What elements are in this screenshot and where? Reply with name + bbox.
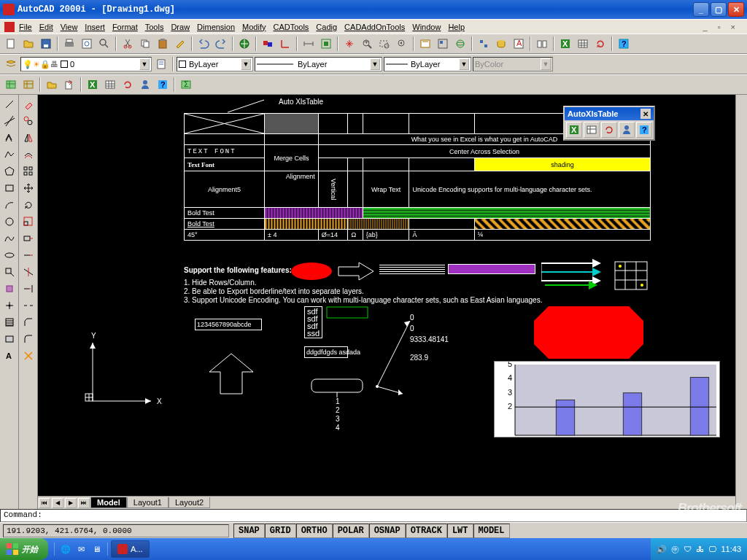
zoom-window-button[interactable] xyxy=(376,36,392,52)
stretch-button[interactable] xyxy=(20,230,36,246)
mode-ortho[interactable]: ORTHO xyxy=(296,524,333,538)
xls-help-button[interactable]: ? xyxy=(155,77,171,93)
layer-dropdown-arrow[interactable]: ▼ xyxy=(139,58,150,70)
pline-button[interactable] xyxy=(1,147,18,163)
lengthen-button[interactable] xyxy=(20,247,36,263)
tray-volume-icon[interactable]: 🔊 xyxy=(657,545,667,554)
xls-grid-button[interactable] xyxy=(102,77,118,93)
excel-button[interactable]: X xyxy=(557,36,573,52)
extend-button[interactable] xyxy=(20,281,36,297)
xls-new-button[interactable] xyxy=(3,77,19,93)
tab-last[interactable]: ⏭ xyxy=(78,498,90,508)
menu-window[interactable]: Window xyxy=(412,23,441,31)
mode-osnap[interactable]: OSNAP xyxy=(369,524,406,538)
chamfer-button[interactable] xyxy=(20,314,36,330)
table-button[interactable] xyxy=(575,36,591,52)
break-button[interactable] xyxy=(20,298,36,314)
mode-snap[interactable]: SNAP xyxy=(233,524,265,538)
floatbar-title[interactable]: AutoXlsTable ✕ xyxy=(565,107,654,120)
app-menu-icon[interactable] xyxy=(4,22,15,32)
array-button[interactable] xyxy=(20,163,36,179)
menu-dimension[interactable]: Dimension xyxy=(197,23,235,31)
floatbar-close[interactable]: ✕ xyxy=(640,109,651,119)
tab-model[interactable]: Model xyxy=(90,497,127,508)
erase-button[interactable] xyxy=(20,96,36,112)
tab-prev[interactable]: ◀ xyxy=(52,498,63,508)
find-button[interactable] xyxy=(96,36,112,52)
minimize-button[interactable]: _ xyxy=(693,2,709,17)
zoom-prev-button[interactable] xyxy=(394,36,410,52)
line-button[interactable] xyxy=(1,96,18,112)
fb-excel-button[interactable]: X xyxy=(566,122,582,138)
mode-otrack[interactable]: OTRACK xyxy=(406,524,447,538)
zoom-realtime-button[interactable]: + xyxy=(359,36,375,52)
xls-refresh-button[interactable] xyxy=(120,77,136,93)
cut-button[interactable] xyxy=(120,36,136,52)
aerial-button[interactable] xyxy=(417,36,433,52)
tab-layout2[interactable]: Layout2 xyxy=(169,497,210,508)
menu-view[interactable]: View xyxy=(61,23,78,31)
xls-edit-button[interactable]: X xyxy=(85,77,101,93)
menu-tools[interactable]: Tools xyxy=(145,23,164,31)
linetype-dropdown-arrow[interactable]: ▼ xyxy=(370,58,380,70)
region-button[interactable] xyxy=(1,331,18,347)
mdi-close[interactable]: × xyxy=(731,23,735,31)
named-views-button[interactable] xyxy=(435,36,451,52)
xls-user-button[interactable] xyxy=(137,77,153,93)
mode-model[interactable]: MODEL xyxy=(473,524,510,538)
xls-export-button[interactable] xyxy=(61,77,77,93)
menu-file[interactable]: File xyxy=(19,23,32,31)
scale-button[interactable] xyxy=(20,214,36,230)
tab-next[interactable]: ▶ xyxy=(65,498,77,508)
task-autocad[interactable]: A... xyxy=(111,540,150,558)
ucs-button[interactable] xyxy=(277,36,293,52)
save-button[interactable] xyxy=(38,36,54,52)
lineweight-combo[interactable]: ByLayer ▼ xyxy=(384,57,471,71)
mdi-minimize[interactable]: _ xyxy=(703,23,708,31)
layer-states-button[interactable] xyxy=(153,56,169,72)
fillet-button[interactable] xyxy=(20,331,36,347)
offset-button[interactable] xyxy=(20,147,36,163)
new-button[interactable] xyxy=(3,36,19,52)
color-combo[interactable]: ByLayer ▼ xyxy=(177,57,253,71)
ql-desktop-icon[interactable]: 🖥 xyxy=(90,542,103,556)
fb-user-button[interactable] xyxy=(619,122,635,138)
menu-insert[interactable]: Insert xyxy=(85,23,105,31)
mline-button[interactable] xyxy=(1,130,18,146)
xls-insert-button[interactable] xyxy=(20,77,36,93)
close-button[interactable]: ✕ xyxy=(728,2,744,17)
lineweight-dropdown-arrow[interactable]: ▼ xyxy=(459,58,469,70)
fb-table-button[interactable] xyxy=(584,122,600,138)
print-button[interactable] xyxy=(61,36,77,52)
tray-shield-icon[interactable]: 🛡 xyxy=(684,545,692,553)
mode-grid[interactable]: GRID xyxy=(265,524,296,538)
menu-edit[interactable]: Edit xyxy=(39,23,53,31)
help-button[interactable]: ? xyxy=(616,36,632,52)
matchprop-button[interactable] xyxy=(172,36,188,52)
mode-polar[interactable]: POLAR xyxy=(333,524,369,538)
spline-button[interactable] xyxy=(1,230,18,246)
vscrollbar[interactable] xyxy=(735,95,747,509)
dbconnect-button[interactable] xyxy=(493,36,509,52)
rotate-button[interactable] xyxy=(20,197,36,213)
linetype-combo[interactable]: ByLayer ▼ xyxy=(255,57,382,71)
ql-ie-icon[interactable]: 🌐 xyxy=(59,542,72,556)
tracking-button[interactable] xyxy=(260,36,276,52)
explode-button[interactable] xyxy=(20,348,36,364)
copy-button[interactable] xyxy=(137,36,153,52)
make-block-button[interactable] xyxy=(1,281,18,297)
insert-block-button[interactable] xyxy=(1,264,18,280)
menu-cadaddontools[interactable]: CADAddOnTools xyxy=(344,23,405,31)
clock[interactable]: 11:43 xyxy=(721,545,741,553)
autoxlstable-toolbar[interactable]: AutoXlsTable ✕ X ? xyxy=(563,106,655,141)
open-button[interactable] xyxy=(20,36,36,52)
mode-lwt[interactable]: LWT xyxy=(447,524,473,538)
menu-draw[interactable]: Draw xyxy=(171,23,190,31)
mdi-restore[interactable]: ▫ xyxy=(718,23,721,31)
layer-manager-button[interactable] xyxy=(3,56,19,72)
menu-modify[interactable]: Modify xyxy=(242,23,266,31)
hyperlink-button[interactable] xyxy=(236,36,252,52)
xls-open-button[interactable] xyxy=(44,77,60,93)
redo-button[interactable] xyxy=(213,36,229,52)
tab-first[interactable]: ⏮ xyxy=(39,498,50,508)
